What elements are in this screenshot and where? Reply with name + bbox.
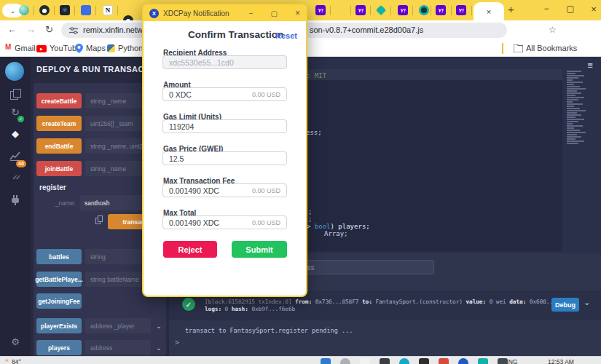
playerExists-button[interactable]: playerExists: [36, 318, 82, 333]
players-param-input[interactable]: address: [85, 340, 151, 355]
bookmark-star-icon[interactable]: ☆: [549, 25, 557, 35]
players-button[interactable]: players: [36, 340, 82, 355]
debug-button[interactable]: Debug: [551, 298, 579, 312]
back-icon[interactable]: ←: [7, 24, 17, 35]
tab-favicon-notion[interactable]: N: [103, 5, 113, 15]
minimap-line: [567, 125, 583, 127]
active-tab[interactable]: ×: [474, 2, 504, 20]
tx-log-line-2: logs: 0 hash: 0xb9f...f6e6b: [205, 306, 295, 312]
endBattle-button[interactable]: endBattle: [36, 138, 82, 154]
editor-minimap[interactable]: [565, 71, 591, 245]
expand-chevron-icon[interactable]: ⌄: [154, 344, 163, 352]
taskbar-app-icon[interactable]: [360, 358, 370, 364]
copy-icon[interactable]: [98, 215, 103, 222]
recipient-address-input[interactable]: xdc5530e55...1cd0: [162, 55, 287, 69]
joinBattle-button[interactable]: joinBattle: [36, 161, 82, 176]
all-bookmarks-button[interactable]: All Bookmarks: [526, 44, 577, 52]
expand-chevron-icon[interactable]: ⌄: [154, 323, 163, 330]
minimap-line: [567, 92, 581, 94]
popup-maximize-button[interactable]: ▢: [271, 9, 278, 17]
minimap-line: [567, 82, 583, 83]
file-explorer-icon[interactable]: [10, 89, 20, 99]
popup-titlebar[interactable]: X XDCPay Notification − ▢ ×: [144, 5, 306, 21]
gas-price-input[interactable]: 12.5: [162, 151, 287, 165]
yahoo-icon: Y!: [438, 7, 444, 14]
amount-input[interactable]: 0 XDC 0.00 USD: [162, 87, 287, 101]
minimap-line: [567, 114, 581, 116]
taskbar-app-icon[interactable]: [498, 358, 508, 364]
deploy-run-icon[interactable]: ◆: [0, 128, 31, 139]
max-transaction-fee-input[interactable]: 0.001490 XDC 0.00 USD: [162, 183, 287, 197]
createBattle-button[interactable]: createBattle: [36, 93, 82, 108]
playerExists-param-input[interactable]: address _player: [85, 318, 151, 333]
bookmark-gmail[interactable]: Gmail: [15, 44, 36, 52]
plugin-manager-icon[interactable]: [12, 198, 19, 203]
getBattlePlayers-button[interactable]: getBattlePlaye...: [36, 272, 82, 287]
taskbar-app-icon[interactable]: [419, 358, 429, 364]
tab-favicon-yahoo[interactable]: Y!: [456, 5, 466, 15]
taskbar-app-icon[interactable]: [458, 358, 468, 364]
minimap-line: [567, 103, 583, 105]
tab-favicon-github[interactable]: [39, 5, 50, 15]
max-total-input[interactable]: 0.001490 XDC 0.00 USD: [162, 215, 287, 229]
site-settings-icon[interactable]: [69, 26, 78, 35]
reset-link[interactable]: Reset: [275, 31, 297, 40]
minimap-line: [567, 141, 584, 142]
taskbar-app-icon[interactable]: [380, 358, 390, 364]
popup-close-button[interactable]: ×: [295, 8, 300, 18]
tab-favicon-react[interactable]: ⚛: [60, 5, 70, 15]
getJoiningFee-button[interactable]: getJoiningFee: [36, 293, 82, 309]
youtube-icon: ▶: [36, 45, 47, 52]
clock[interactable]: 12:53 AM: [548, 358, 574, 364]
tab-favicon-xdc[interactable]: [376, 5, 386, 15]
tab-favicon-blue-doc[interactable]: [81, 5, 91, 15]
taskbar-app-icon[interactable]: [340, 358, 350, 364]
battles-button[interactable]: battles: [36, 249, 82, 264]
taskbar-app-icon[interactable]: [321, 358, 331, 364]
reject-button[interactable]: Reject: [163, 241, 217, 258]
drag-handle-icon[interactable]: ≣: [587, 61, 593, 69]
tab-favicon-yahoo[interactable]: Y!: [315, 5, 326, 15]
taskbar-app-icon[interactable]: [439, 358, 449, 364]
gmail-icon: M: [5, 43, 11, 51]
minimap-line: [567, 132, 586, 133]
window-close-button[interactable]: ×: [587, 4, 600, 15]
bookmark-maps[interactable]: Maps: [86, 44, 106, 52]
tab-favicon-yahoo[interactable]: Y!: [356, 5, 366, 15]
minimap-line: [567, 119, 584, 120]
minimap-line: [567, 101, 573, 103]
solidity-compiler-icon[interactable]: ↻: [0, 106, 31, 118]
minimap-line: [567, 112, 577, 114]
chevron-down-icon: ⌄: [10, 7, 16, 15]
settings-gear-icon[interactable]: ⚙: [0, 336, 31, 347]
unit-testing-icon[interactable]: ✓✓: [0, 173, 31, 181]
window-minimize-button[interactable]: −: [540, 4, 553, 14]
popup-minimize-button[interactable]: −: [249, 9, 254, 17]
taskbar-app-icon[interactable]: [399, 358, 409, 364]
tab-close-icon[interactable]: ×: [487, 7, 491, 16]
collapse-chevron-icon[interactable]: ⌄: [584, 298, 590, 307]
weather-temperature[interactable]: 84°: [12, 358, 21, 364]
forward-icon[interactable]: →: [26, 24, 36, 35]
new-tab-button[interactable]: +: [508, 3, 514, 15]
tab-favicon-yahoo[interactable]: Y!: [436, 5, 446, 15]
tab-favicon-yahoo[interactable]: Y!: [398, 5, 408, 15]
bookmarks-divider: [502, 43, 503, 54]
tab-favicon-teal-globe[interactable]: [419, 5, 429, 15]
minimap-line: [567, 88, 586, 90]
reload-icon[interactable]: ↻: [45, 24, 53, 35]
terminal-prompt[interactable]: >: [175, 339, 179, 347]
createTeam-button[interactable]: createTeam: [36, 116, 82, 131]
minimap-line: [567, 116, 576, 118]
submit-button[interactable]: Submit: [232, 241, 287, 258]
minimap-line: [567, 108, 580, 109]
taskbar-app-icon[interactable]: [478, 358, 488, 364]
tx-log-line-1: [block:61582915 txIndex:0] from: 0x736..…: [205, 298, 573, 305]
pending-transaction-text: transact to FantasySport.register pendin…: [185, 327, 353, 334]
minimap-line: [567, 130, 580, 131]
tab-favicon-teal-orb[interactable]: [19, 5, 29, 15]
gas-limit-input[interactable]: 119204: [162, 119, 287, 133]
window-maximize-button[interactable]: ▢: [564, 4, 577, 14]
minimap-line: [567, 106, 574, 107]
minimap-line: [567, 90, 577, 92]
